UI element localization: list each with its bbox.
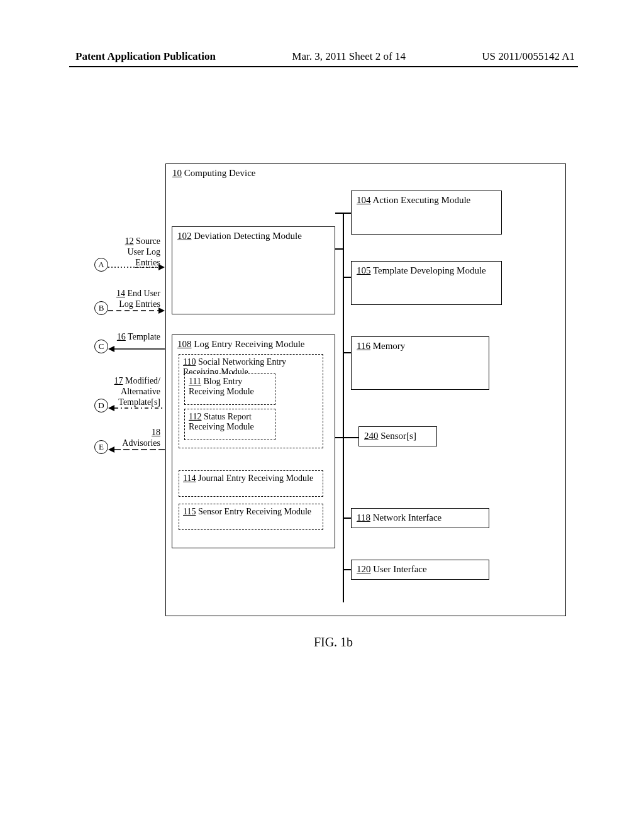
log-entry-receiving-module: 108 Log Entry Receiving Module 110 Socia… — [172, 335, 335, 548]
svg-marker-3 — [158, 307, 165, 314]
status-report-module: 112 Status Report Receiving Module — [184, 409, 275, 440]
social-networking-entry-module: 110 Social Networking Entry Receiving Mo… — [179, 354, 323, 448]
figure-label: FIG. 1b — [94, 635, 572, 650]
arrow-b — [108, 307, 168, 315]
svg-marker-1 — [158, 264, 165, 270]
connector-line — [335, 437, 358, 438]
circle-b: B — [94, 301, 108, 315]
circle-a: A — [94, 258, 108, 272]
journal-entry-module: 114 Journal Entry Receiving Module — [179, 470, 323, 497]
sensors-module: 240 Sensor[s] — [358, 426, 437, 446]
header-publication: Patent Application Publication — [75, 50, 216, 63]
sensor-entry-module: 115 Sensor Entry Receiving Module — [179, 504, 323, 530]
user-interface-module: 120 User Interface — [351, 560, 489, 580]
header-sheet: Mar. 3, 2011 Sheet 2 of 14 — [292, 50, 406, 63]
arrow-d — [108, 405, 168, 412]
circle-e: E — [94, 440, 108, 454]
end-user-log-label: 14 End User Log Entries — [104, 289, 160, 310]
arrow-c — [108, 346, 168, 353]
connector-line — [335, 248, 343, 250]
header-patent-number: US 2011/0055142 A1 — [482, 50, 575, 63]
modified-template-label: 17 Modified/ Alternative Template[s] — [104, 376, 160, 407]
template-label: 16 Template — [104, 332, 160, 343]
connector-line — [343, 277, 351, 278]
template-developing-module: 105 Template Developing Module — [351, 261, 502, 305]
svg-marker-5 — [108, 346, 114, 352]
svg-marker-7 — [108, 405, 114, 411]
header-divider — [69, 66, 578, 67]
advisories-label: 18 Advisories — [104, 428, 160, 449]
source-user-log-label: 12 Source User Log Entries — [104, 236, 160, 268]
action-executing-module: 104 Action Executing Module — [351, 191, 502, 235]
connector-line — [343, 213, 344, 602]
connector-line — [343, 352, 351, 353]
connector-line — [343, 569, 351, 570]
circle-c: C — [94, 340, 108, 353]
connector-line — [343, 517, 351, 519]
network-interface-module: 118 Network Interface — [351, 508, 489, 528]
deviation-detecting-module: 102 Deviation Detecting Module — [172, 226, 335, 314]
computing-device-title: 10 Computing Device — [172, 168, 255, 179]
circle-d: D — [94, 399, 108, 412]
arrow-a — [108, 264, 168, 272]
blog-entry-module: 111 Blog Entry Receiving Module — [184, 374, 275, 405]
memory-module: 116 Memory — [351, 336, 489, 390]
page-header: Patent Application Publication Mar. 3, 2… — [0, 50, 644, 63]
arrow-e — [108, 446, 168, 454]
svg-marker-9 — [108, 446, 114, 453]
